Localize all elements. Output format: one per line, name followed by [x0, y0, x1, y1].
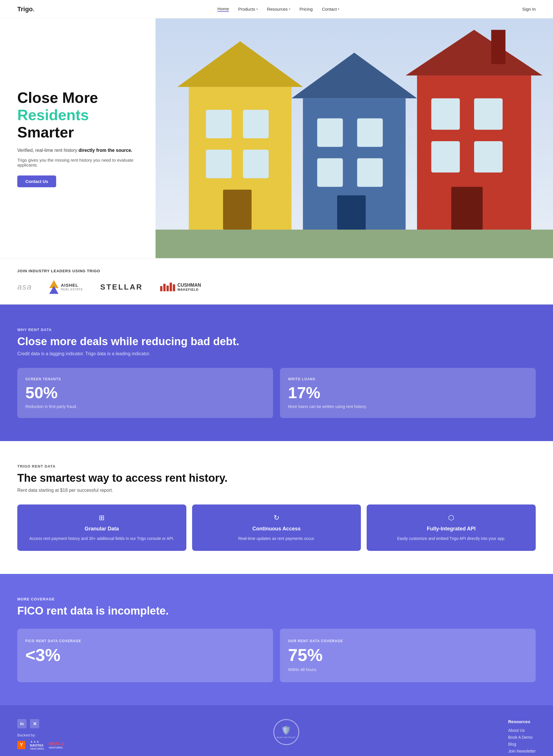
stat-number: 17%	[288, 385, 528, 401]
stats-row: SCREEN TENANTS 50% Reduction in first-pa…	[17, 368, 536, 418]
twitter-icon[interactable]: ✕	[30, 719, 39, 728]
features-row: ⊞ Granular Data Access rent payment hist…	[17, 505, 536, 551]
footer: in ✕ Backed by: Y ▲▲▲ NAVITAS VENTURES M…	[0, 705, 553, 756]
contact-us-button[interactable]: Contact Us	[17, 175, 56, 187]
logos-row: asa AISHEL REAL ESTATE STELLAR CUSHMAN	[17, 280, 536, 294]
cov-number: <3%	[25, 647, 265, 664]
cov-label: FICO RENT DATA COVERAGE	[25, 639, 265, 643]
logo-text: Trigo.	[17, 5, 34, 13]
nav-pricing[interactable]: Pricing	[300, 7, 313, 11]
cov-label: OUR RENT DATA COVERAGE	[288, 639, 528, 643]
svg-rect-22	[491, 30, 505, 64]
feat-desc: Easily customize and embed Trigo API dir…	[374, 535, 529, 542]
nav-home[interactable]: Home	[218, 6, 229, 12]
rent-sub: Rent data starting at $18 per successful…	[17, 488, 536, 493]
ycombinator-logo: Y	[17, 741, 25, 749]
coverage-ours: OUR RENT DATA COVERAGE 75% Within 48 hou…	[280, 629, 536, 682]
cov-desc: Within 48 hours.	[288, 667, 528, 672]
hero-desc: Trigo gives you the missing rent history…	[17, 158, 138, 167]
api-icon: ⬡	[374, 514, 529, 522]
footer-link-newsletter[interactable]: Join Newsletter	[508, 749, 536, 753]
logo-aishel: AISHEL REAL ESTATE	[49, 280, 83, 294]
svg-rect-4	[243, 110, 269, 138]
badge-text: BUILT ON TRUST	[277, 736, 296, 739]
continuous-icon: ↻	[199, 514, 354, 522]
hero-content: Close More Residents Smarter Verified, r…	[0, 18, 156, 258]
coverage-fico: FICO RENT DATA COVERAGE <3%	[17, 629, 273, 682]
feat-desc: Access rent payment history and 30+ addi…	[24, 535, 179, 542]
footer-left: in ✕ Backed by: Y ▲▲▲ NAVITAS VENTURES M…	[17, 719, 64, 750]
chevron-down-icon: ▾	[289, 7, 290, 11]
nav-resources[interactable]: Resources ▾	[267, 7, 290, 11]
resources-title: Resources	[508, 719, 536, 724]
stat-desc: More loans can be written using rent his…	[288, 404, 528, 409]
rent-section: TRIGO RENT DATA The smartest way to acce…	[0, 441, 553, 574]
menlo-logo: MENLO VENTURES	[49, 741, 64, 749]
footer-link-demo[interactable]: Book A Demo	[508, 735, 536, 740]
svg-rect-18	[474, 98, 502, 130]
nav-products[interactable]: Products ▾	[238, 7, 258, 11]
svg-rect-14	[337, 195, 366, 230]
svg-rect-23	[156, 230, 553, 258]
chevron-down-icon: ▾	[338, 7, 339, 11]
coverage-title: FICO rent data is incomplete.	[17, 605, 536, 617]
hero-image	[156, 18, 553, 258]
logo-stellar: STELLAR	[100, 283, 143, 292]
svg-rect-6	[243, 150, 269, 178]
rent-title: The smartest way to access rent history.	[17, 472, 536, 484]
svg-rect-20	[474, 141, 502, 172]
cov-number: 75%	[288, 647, 528, 664]
logos-section: JOIN INDUSTRY LEADERS USING TRIGO asa AI…	[0, 258, 553, 305]
backer-logos: Y ▲▲▲ NAVITAS VENTURES MENLO VENTURES	[17, 740, 64, 750]
stat-card-tenants: SCREEN TENANTS 50% Reduction in first-pa…	[17, 368, 273, 418]
svg-rect-11	[357, 119, 383, 147]
granular-icon: ⊞	[24, 514, 179, 522]
nav-contact[interactable]: Contact ▾	[322, 7, 339, 11]
footer-center: 🛡️ BUILT ON TRUST	[273, 719, 299, 745]
feat-title: Continuous Access	[199, 526, 354, 532]
footer-links: About Us Book A Demo Blog Join Newslette…	[508, 728, 536, 753]
svg-rect-12	[317, 158, 343, 187]
feature-api: ⬡ Fully-Integrated API Easily customize …	[367, 505, 536, 551]
logo-asa: asa	[17, 282, 32, 292]
linkedin-icon[interactable]: in	[17, 719, 26, 728]
logo[interactable]: Trigo.	[17, 5, 34, 13]
feature-granular: ⊞ Granular Data Access rent payment hist…	[17, 505, 186, 551]
footer-link-blog[interactable]: Blog	[508, 742, 536, 747]
coverage-label: MORE COVERAGE	[17, 597, 536, 601]
trust-badge: 🛡️ BUILT ON TRUST	[273, 719, 299, 745]
why-label: WHY RENT DATA	[17, 327, 536, 332]
footer-backed: Backed by: Y ▲▲▲ NAVITAS VENTURES MENLO …	[17, 733, 64, 750]
stat-label: SCREEN TENANTS	[25, 377, 265, 381]
svg-rect-3	[206, 110, 232, 138]
shield-icon: 🛡️	[281, 726, 291, 735]
stat-card-loans: WRITE LOANS 17% More loans can be writte…	[280, 368, 536, 418]
stat-label: WRITE LOANS	[288, 377, 528, 381]
svg-rect-7	[223, 190, 251, 230]
hero-subtext: Verified, real-time rent history directl…	[17, 147, 138, 154]
nav-links: Home Products ▾ Resources ▾ Pricing Cont…	[218, 6, 339, 12]
why-sub: Credit data is a lagging indicator. Trig…	[17, 351, 536, 356]
stat-number: 50%	[25, 385, 265, 401]
svg-rect-5	[206, 150, 232, 178]
why-title: Close more deals while reducing bad debt…	[17, 335, 536, 348]
signin-button[interactable]: Sign In	[522, 7, 536, 11]
logo-dot: .	[33, 5, 34, 13]
footer-social: in ✕	[17, 719, 64, 728]
navbar: Trigo. Home Products ▾ Resources ▾ Prici…	[0, 0, 553, 18]
svg-rect-17	[431, 98, 460, 130]
feat-title: Granular Data	[24, 526, 179, 532]
hero-headline: Close More Residents Smarter	[17, 89, 138, 141]
why-section: WHY RENT DATA Close more deals while red…	[0, 305, 553, 441]
svg-rect-19	[431, 141, 460, 172]
feat-title: Fully-Integrated API	[374, 526, 529, 532]
feat-desc: Real-time updates as rent payments occur…	[199, 535, 354, 542]
navitas-logo: ▲▲▲ NAVITAS VENTURES	[30, 740, 44, 750]
coverage-section: MORE COVERAGE FICO rent data is incomple…	[0, 574, 553, 705]
logos-title: JOIN INDUSTRY LEADERS USING TRIGO	[17, 269, 536, 273]
svg-rect-21	[451, 187, 483, 230]
svg-rect-10	[317, 119, 343, 147]
coverage-row: FICO RENT DATA COVERAGE <3% OUR RENT DAT…	[17, 629, 536, 682]
footer-top: in ✕ Backed by: Y ▲▲▲ NAVITAS VENTURES M…	[17, 719, 536, 753]
footer-link-about[interactable]: About Us	[508, 728, 536, 733]
